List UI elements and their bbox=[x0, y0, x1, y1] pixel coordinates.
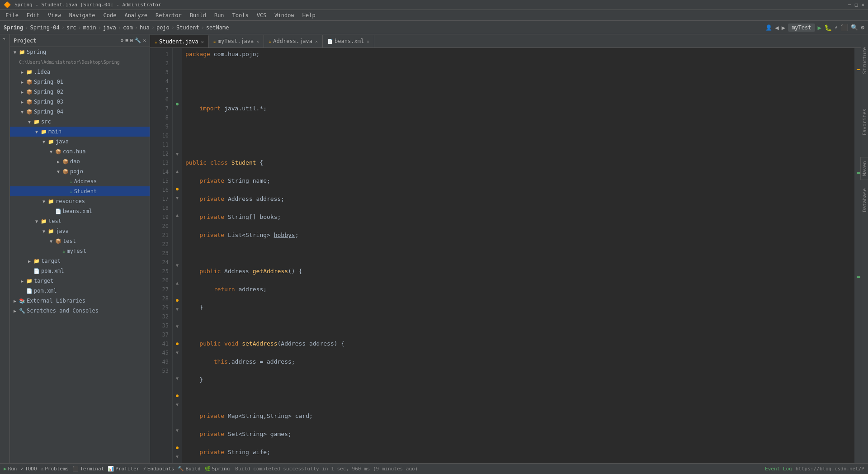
tree-item-external-libs[interactable]: ▶ 📚 External Libraries bbox=[10, 296, 150, 306]
tree-item-student[interactable]: ▶ ☕ Student bbox=[10, 186, 150, 196]
tree-item-beans-xml-resources[interactable]: ▶ 📄 beans.xml bbox=[10, 206, 150, 216]
gutter-fold-45[interactable]: ▼ bbox=[173, 400, 182, 409]
user-icon[interactable]: 👤 bbox=[765, 24, 772, 31]
menu-analyze[interactable]: Analyze bbox=[121, 11, 151, 19]
tree-item-spring03[interactable]: ▶ 📦 Spring-03 bbox=[10, 97, 150, 107]
maven-panel-tab[interactable]: Maven bbox=[860, 157, 868, 180]
gutter-fold-53[interactable]: ▼ bbox=[173, 452, 182, 461]
tree-item-target-04[interactable]: ▶ 📁 target bbox=[10, 256, 150, 266]
tree-item-comhua[interactable]: ▼ 📦 com.hua bbox=[10, 147, 150, 156]
tab-student-java[interactable]: ☕ Student.java ✕ bbox=[150, 35, 209, 47]
settings-button[interactable]: ⚙ bbox=[861, 24, 864, 31]
menu-help[interactable]: Help bbox=[299, 11, 319, 19]
main-label[interactable]: main bbox=[83, 24, 96, 31]
tab-close-student[interactable]: ✕ bbox=[201, 39, 204, 44]
tree-item-pom-04[interactable]: ▶ 📄 pom.xml bbox=[10, 266, 150, 276]
favorites-panel-tab[interactable]: Favorites bbox=[861, 105, 868, 139]
menu-vcs[interactable]: VCS bbox=[253, 11, 270, 19]
menu-file[interactable]: File bbox=[2, 11, 22, 19]
profiler-status-item[interactable]: 📊 Profiler bbox=[108, 466, 139, 472]
todo-status-item[interactable]: ✓ TODO bbox=[21, 466, 37, 472]
tree-item-test-pkg[interactable]: ▼ 📦 test bbox=[10, 236, 150, 246]
menu-view[interactable]: View bbox=[44, 11, 65, 19]
pojo-label[interactable]: pojo bbox=[156, 24, 170, 31]
code-editor[interactable]: package com.hua.pojo; import java.util.*… bbox=[182, 48, 854, 463]
gutter-warning-37[interactable]: ● bbox=[173, 339, 182, 348]
gutter-fold-19[interactable]: ▲ bbox=[173, 211, 182, 220]
sidebar-content[interactable]: ▼ 📁 Spring C:\Users\Administrator\Deskto… bbox=[10, 47, 150, 463]
sidebar-expand-icon[interactable]: ≡ bbox=[125, 38, 128, 43]
tree-item-spring04[interactable]: ▼ 📦 Spring-04 bbox=[10, 107, 150, 117]
sidebar-collapse-icon[interactable]: ⊟ bbox=[130, 38, 133, 43]
hua-label[interactable]: hua bbox=[140, 24, 150, 31]
tree-item-resources[interactable]: ▼ 📁 resources bbox=[10, 196, 150, 206]
project-icon[interactable]: P bbox=[1, 36, 8, 43]
problems-status-item[interactable]: ⚠ Problems bbox=[41, 466, 69, 472]
gutter-fold-41[interactable]: ▼ bbox=[173, 374, 182, 383]
tree-item-spring01[interactable]: ▶ 📦 Spring-01 bbox=[10, 77, 150, 87]
tree-item-spring02[interactable]: ▶ 📦 Spring-02 bbox=[10, 87, 150, 97]
tab-close-mytest[interactable]: ✕ bbox=[256, 39, 259, 44]
tree-item-java[interactable]: ▼ 📁 java bbox=[10, 137, 150, 147]
event-log-link[interactable]: Event Log bbox=[765, 466, 792, 472]
debug-button[interactable]: 🐛 bbox=[824, 24, 832, 31]
structure-panel-tab[interactable]: Structure bbox=[861, 43, 868, 78]
tree-item-pom-root[interactable]: ▶ 📄 pom.xml bbox=[10, 286, 150, 296]
sidebar-settings-icon[interactable]: 🔧 bbox=[135, 38, 141, 43]
gutter-fold-33[interactable]: ▼ bbox=[173, 322, 182, 331]
gutter-warning-17[interactable]: ● bbox=[173, 185, 182, 194]
gutter-fold-29[interactable]: ▼ bbox=[173, 305, 182, 314]
tree-item-test-java[interactable]: ▼ 📁 java bbox=[10, 226, 150, 236]
tree-item-dao[interactable]: ▶ 📦 dao bbox=[10, 156, 150, 166]
gutter-fold-49[interactable]: ▼ bbox=[173, 426, 182, 435]
tree-item-target-root[interactable]: ▶ 📁 target bbox=[10, 276, 150, 286]
menu-run[interactable]: Run bbox=[211, 11, 228, 19]
tab-beans-xml[interactable]: 📄 beans.xml ✕ bbox=[323, 35, 374, 47]
tab-close-address[interactable]: ✕ bbox=[315, 39, 318, 44]
project-label[interactable]: Spring bbox=[4, 24, 23, 31]
gutter-warning-53[interactable]: ● bbox=[173, 443, 182, 452]
sidebar-gear-icon[interactable]: ⚙ bbox=[121, 38, 124, 43]
run-button[interactable]: ▶ bbox=[818, 24, 821, 31]
menu-window[interactable]: Window bbox=[271, 11, 297, 19]
setname-method-label[interactable]: setName bbox=[206, 24, 229, 31]
tree-item-pojo[interactable]: ▼ 📦 pojo bbox=[10, 166, 150, 176]
terminal-status-item[interactable]: ⬛ Terminal bbox=[72, 466, 104, 472]
tree-item-spring[interactable]: ▼ 📁 Spring bbox=[10, 47, 150, 57]
menu-navigate[interactable]: Navigate bbox=[66, 11, 99, 19]
com-label[interactable]: com bbox=[123, 24, 133, 31]
spring-status-item[interactable]: 🌿 Spring bbox=[204, 466, 230, 472]
src-label[interactable]: src bbox=[66, 24, 76, 31]
tree-item-scratches[interactable]: ▶ 🔧 Scratches and Consoles bbox=[10, 306, 150, 316]
maximize-button[interactable]: □ bbox=[855, 2, 858, 8]
gutter-warning-45[interactable]: ● bbox=[173, 391, 182, 400]
menu-tools[interactable]: Tools bbox=[229, 11, 252, 19]
scroll-indicator[interactable] bbox=[854, 48, 861, 463]
tree-item-idea[interactable]: ▶ 📁 .idea bbox=[10, 67, 150, 77]
tree-item-src[interactable]: ▼ 📁 src bbox=[10, 117, 150, 127]
coverage-button[interactable]: ⚡ bbox=[835, 24, 838, 31]
tree-item-address[interactable]: ▶ ☕ Address bbox=[10, 176, 150, 186]
sidebar-close-icon[interactable]: ✕ bbox=[143, 38, 146, 43]
build-status-item[interactable]: 🔨 Build bbox=[178, 466, 200, 472]
menu-refactor[interactable]: Refactor bbox=[152, 11, 185, 19]
menu-edit[interactable]: Edit bbox=[23, 11, 43, 19]
tab-close-beans[interactable]: ✕ bbox=[367, 39, 369, 44]
gutter-fold-17[interactable]: ▼ bbox=[173, 194, 182, 203]
tab-mytest-java[interactable]: ☕ myTest.java ✕ bbox=[209, 35, 264, 47]
endpoints-status-item[interactable]: ⚡ Endpoints bbox=[143, 466, 174, 472]
gutter-warning-29[interactable]: ● bbox=[173, 296, 182, 305]
gutter-fold-28[interactable]: ▲ bbox=[173, 279, 182, 288]
stop-button[interactable]: ⬛ bbox=[840, 24, 848, 31]
tree-item-mytest[interactable]: ▶ ☕ myTest bbox=[10, 246, 150, 256]
gutter-fold-26[interactable]: ▼ bbox=[173, 261, 182, 270]
gutter-fold-13[interactable]: ▼ bbox=[173, 150, 182, 159]
tab-address-java[interactable]: ☕ Address.java ✕ bbox=[264, 35, 323, 47]
gutter-class-icon[interactable]: ● bbox=[173, 100, 182, 109]
tree-item-test[interactable]: ▼ 📁 test bbox=[10, 216, 150, 226]
gutter-fold-15[interactable]: ▲ bbox=[173, 167, 182, 176]
minimize-button[interactable]: ─ bbox=[848, 2, 851, 8]
menu-build[interactable]: Build bbox=[186, 11, 210, 19]
forward-button[interactable]: ▶ bbox=[782, 24, 785, 31]
search-everywhere-button[interactable]: 🔍 bbox=[851, 24, 858, 31]
